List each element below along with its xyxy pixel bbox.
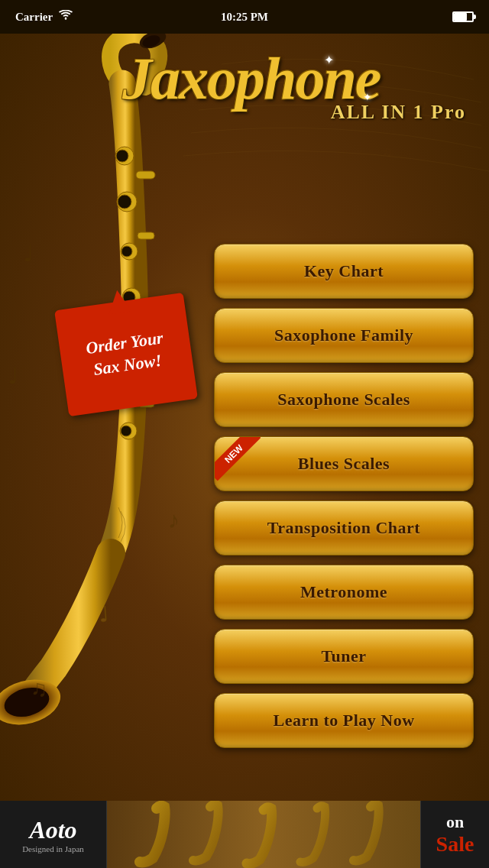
sparkle-1: ✦ <box>324 53 334 67</box>
saxophone-scales-button[interactable]: Saxophone Scales <box>214 372 474 427</box>
battery-icon <box>452 11 474 22</box>
ad-logo-sub: Designed in Japan <box>22 844 84 853</box>
tuner-button[interactable]: Tuner <box>214 629 474 684</box>
music-note-2: ♪ <box>168 507 180 533</box>
transposition-chart-label: Transposition Chart <box>267 518 420 538</box>
ad-bar: Aoto Designed in Japan on Sale <box>0 801 489 868</box>
ad-sale: on Sale <box>420 801 489 868</box>
sparkle-2: ✦ <box>363 91 372 104</box>
new-badge <box>215 437 261 483</box>
ad-logo: Aoto Designed in Japan <box>0 801 107 868</box>
app-header: Jaxophone ✦ ✦ ALL IN 1 Pro <box>0 34 489 248</box>
svg-text:♩: ♩ <box>98 602 110 627</box>
music-note-3: ♫ <box>31 675 48 701</box>
order-tag-text: Order Your Sax Now! <box>76 319 176 390</box>
title-j-letter: J <box>122 45 151 112</box>
svg-point-21 <box>121 426 131 436</box>
main-background: ♩ ♪ ♫ <box>0 34 489 834</box>
svg-point-0 <box>65 18 67 20</box>
blues-scales-button[interactable]: Blues Scales <box>214 436 474 491</box>
transposition-chart-button[interactable]: Transposition Chart <box>214 500 474 555</box>
key-chart-label: Key Chart <box>304 261 384 281</box>
metronome-button[interactable]: Metronome <box>214 565 474 620</box>
app-title-saxophone: Jaxophone <box>122 45 380 112</box>
status-bar: Carrier 10:25 PM <box>0 0 489 34</box>
learn-to-play-label: Learn to Play Now <box>273 711 414 730</box>
learn-to-play-button[interactable]: Learn to Play Now <box>214 693 474 748</box>
blues-scales-label: Blues Scales <box>298 454 390 474</box>
status-right <box>452 11 474 22</box>
ad-image-area <box>107 801 420 868</box>
saxophone-family-label: Saxophone Family <box>274 326 413 345</box>
ad-logo-text: Aoto <box>29 816 76 844</box>
tuner-label: Tuner <box>321 646 366 666</box>
svg-point-13 <box>121 246 132 257</box>
metronome-label: Metronome <box>300 582 387 602</box>
ad-sale-sale-text: Sale <box>436 832 474 857</box>
key-chart-button[interactable]: Key Chart <box>214 244 474 299</box>
saxophone-scales-label: Saxophone Scales <box>277 390 410 410</box>
ad-sale-on-text: on <box>446 812 464 832</box>
menu-buttons: Key Chart Saxophone Family Saxophone Sca… <box>214 244 474 748</box>
order-tag[interactable]: Order Your Sax Now! <box>54 293 198 416</box>
status-time: 10:25 PM <box>221 11 268 24</box>
status-left: Carrier <box>15 10 73 24</box>
saxophone-family-button[interactable]: Saxophone Family <box>214 308 474 363</box>
carrier-text: Carrier <box>15 11 53 24</box>
app-title-container: Jaxophone ✦ ✦ ALL IN 1 Pro <box>122 49 481 124</box>
music-note-4: ♩ <box>8 362 18 389</box>
wifi-icon <box>59 10 73 24</box>
